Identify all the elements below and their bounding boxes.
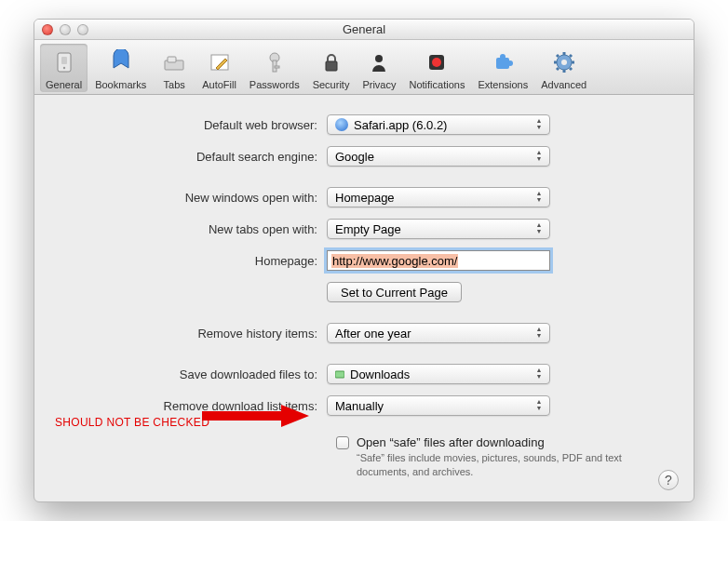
gear-icon (549, 47, 579, 77)
tab-advanced[interactable]: Advanced (535, 44, 592, 92)
svg-rect-9 (326, 61, 337, 71)
passwords-icon (260, 47, 290, 77)
new-tabs-select[interactable]: Empty Page ▲▼ (327, 219, 550, 239)
extensions-icon (488, 47, 518, 77)
traffic-lights (34, 24, 88, 35)
notifications-icon (422, 47, 452, 77)
chevron-updown-icon: ▲▼ (533, 398, 546, 411)
default-engine-label: Default search engine: (57, 150, 327, 164)
default-browser-select[interactable]: Safari.app (6.0.2) ▲▼ (327, 114, 550, 135)
remove-history-select[interactable]: After one year ▲▼ (327, 323, 550, 343)
svg-line-22 (557, 55, 559, 57)
default-browser-label: Default web browser: (57, 118, 327, 132)
downloads-folder-icon (335, 369, 344, 379)
remove-downloads-select[interactable]: Manually ▲▼ (327, 395, 550, 416)
tab-tabs[interactable]: Tabs (154, 44, 195, 92)
general-icon (49, 47, 79, 77)
open-safe-files-label: Open “safe” files after downloading (357, 435, 636, 449)
open-safe-files-checkbox[interactable] (336, 436, 349, 449)
svg-rect-26 (335, 371, 344, 378)
default-engine-select[interactable]: Google ▲▼ (327, 146, 550, 167)
tab-notifications[interactable]: Notifications (403, 44, 470, 92)
content-pane: Default web browser: Safari.app (6.0.2) … (34, 95, 694, 501)
minimize-icon[interactable] (60, 24, 71, 35)
tab-bookmarks[interactable]: Bookmarks (89, 44, 152, 92)
save-downloads-label: Save downloaded files to: (57, 367, 327, 381)
tab-passwords[interactable]: Passwords (244, 44, 305, 92)
homepage-label: Homepage: (57, 254, 327, 268)
bookmarks-icon (106, 47, 136, 77)
svg-rect-4 (168, 57, 176, 62)
window-title: General (34, 22, 694, 36)
svg-marker-28 (281, 405, 309, 427)
tabs-icon (159, 47, 189, 77)
chevron-updown-icon: ▲▼ (533, 117, 546, 130)
svg-point-17 (561, 60, 567, 65)
remove-history-label: Remove history items: (57, 327, 327, 341)
privacy-icon (364, 47, 394, 77)
lock-icon (317, 47, 346, 77)
chevron-updown-icon: ▲▼ (533, 149, 546, 162)
svg-rect-1 (61, 57, 67, 64)
tab-autofill[interactable]: AutoFill (196, 44, 242, 92)
chevron-updown-icon: ▲▼ (533, 190, 546, 203)
open-safe-files-desc: “Safe” files include movies, pictures, s… (357, 451, 636, 479)
set-current-page-button[interactable]: Set to Current Page (327, 282, 462, 302)
chevron-updown-icon: ▲▼ (533, 221, 546, 234)
svg-line-24 (557, 68, 559, 70)
titlebar: General (34, 20, 694, 40)
new-windows-select[interactable]: Homepage ▲▼ (327, 187, 550, 207)
close-icon[interactable] (42, 24, 53, 35)
annotation-arrow-icon (202, 405, 309, 427)
svg-point-12 (432, 58, 441, 67)
tab-privacy[interactable]: Privacy (357, 44, 401, 92)
svg-point-10 (375, 55, 383, 62)
svg-point-14 (500, 54, 506, 60)
save-downloads-select[interactable]: Downloads ▲▼ (327, 364, 550, 384)
new-windows-label: New windows open with: (57, 191, 327, 205)
svg-rect-8 (275, 66, 279, 68)
tab-security[interactable]: Security (307, 44, 356, 92)
svg-point-2 (62, 67, 64, 69)
toolbar: General Bookmarks Tabs AutoFill Password… (34, 40, 694, 95)
chevron-updown-icon: ▲▼ (533, 367, 546, 380)
safari-icon (335, 118, 348, 131)
homepage-input[interactable]: http://www.google.com/ (327, 250, 550, 271)
new-tabs-label: New tabs open with: (57, 222, 327, 236)
svg-point-15 (507, 60, 513, 66)
svg-line-25 (570, 55, 572, 57)
annotation-text: SHOULD NOT BE CHECKED (55, 416, 209, 429)
tab-general[interactable]: General (40, 44, 88, 92)
preferences-window: General General Bookmarks Tabs AutoFill (34, 19, 694, 502)
help-button[interactable]: ? (658, 470, 679, 490)
tab-extensions[interactable]: Extensions (472, 44, 533, 92)
svg-line-23 (570, 68, 572, 70)
autofill-icon (205, 47, 235, 77)
chevron-updown-icon: ▲▼ (533, 326, 546, 339)
open-safe-files-row: Open “safe” files after downloading “Saf… (336, 435, 671, 479)
zoom-icon[interactable] (77, 24, 88, 35)
